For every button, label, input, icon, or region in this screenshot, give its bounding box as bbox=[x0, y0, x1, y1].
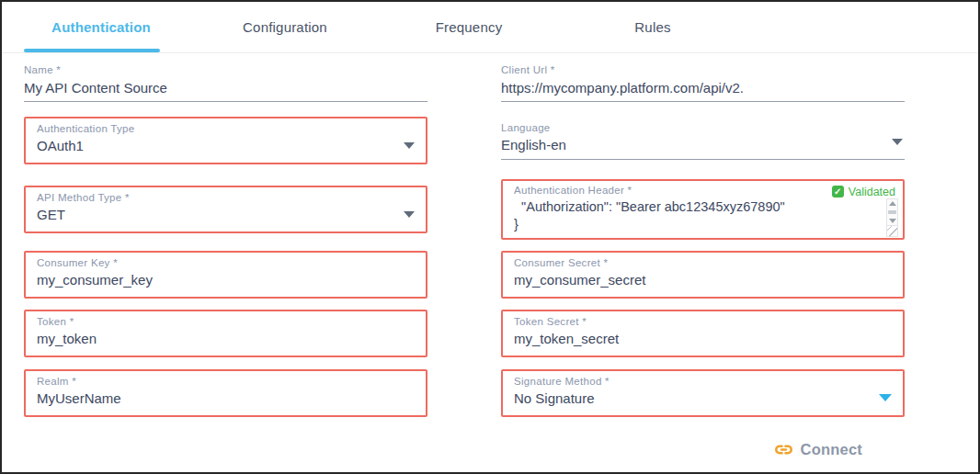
signature-method-select[interactable]: Signature Method * No Signature bbox=[501, 369, 905, 417]
link-icon bbox=[773, 439, 794, 460]
api-method-type-value: GET bbox=[37, 206, 415, 222]
name-label: Name * bbox=[24, 64, 427, 75]
api-method-type-label: API Method Type * bbox=[37, 192, 415, 203]
signature-method-value: No Signature bbox=[514, 389, 892, 406]
chevron-down-icon bbox=[404, 211, 415, 218]
language-label: Language bbox=[501, 122, 905, 133]
consumer-secret-label: Consumer Secret * bbox=[514, 257, 892, 268]
connect-label: Connect bbox=[801, 441, 862, 458]
api-method-type-select[interactable]: API Method Type * GET bbox=[24, 186, 427, 233]
consumer-key-input[interactable] bbox=[37, 271, 415, 288]
token-secret-input[interactable] bbox=[514, 330, 892, 346]
consumer-secret-input[interactable] bbox=[514, 271, 892, 288]
token-input[interactable] bbox=[37, 330, 415, 346]
authentication-header-label: Authentication Header * bbox=[514, 185, 632, 196]
tab-authentication[interactable]: Authentication bbox=[9, 2, 193, 52]
tab-rules[interactable]: Rules bbox=[561, 2, 745, 52]
chevron-down-icon bbox=[404, 142, 415, 149]
authentication-header-field: Authentication Header * ✓ Validated "Aut… bbox=[501, 179, 905, 240]
connect-button[interactable]: Connect bbox=[773, 439, 862, 460]
tab-frequency[interactable]: Frequency bbox=[377, 2, 561, 52]
validated-badge: ✓ Validated bbox=[832, 186, 895, 198]
authentication-type-value: OAuth1 bbox=[37, 137, 415, 153]
realm-label: Realm * bbox=[37, 376, 415, 387]
scroll-up-icon[interactable] bbox=[889, 201, 896, 206]
token-field: Token * bbox=[24, 310, 427, 357]
name-input[interactable] bbox=[24, 78, 427, 101]
token-secret-label: Token Secret * bbox=[514, 316, 892, 327]
resize-grip[interactable] bbox=[886, 226, 898, 237]
realm-input[interactable] bbox=[37, 389, 415, 406]
scrollbar-thumb[interactable] bbox=[888, 210, 896, 214]
tab-configuration[interactable]: Configuration bbox=[193, 2, 377, 52]
consumer-secret-field: Consumer Secret * bbox=[501, 251, 905, 299]
tab-bar: Authentication Configuration Frequency R… bbox=[2, 2, 978, 53]
check-icon: ✓ bbox=[832, 186, 844, 198]
validated-label: Validated bbox=[849, 186, 895, 198]
token-secret-field: Token Secret * bbox=[501, 310, 905, 357]
signature-method-label: Signature Method * bbox=[514, 376, 892, 387]
language-select[interactable]: Language English-en bbox=[501, 122, 905, 160]
scroll-down-icon[interactable] bbox=[889, 219, 896, 223]
authentication-type-select[interactable]: Authentication Type OAuth1 bbox=[24, 117, 427, 164]
token-label: Token * bbox=[37, 316, 415, 327]
authentication-type-label: Authentication Type bbox=[37, 123, 415, 134]
chevron-down-icon bbox=[879, 394, 892, 401]
language-value: English-en bbox=[501, 136, 905, 152]
realm-field: Realm * bbox=[24, 369, 427, 417]
consumer-key-field: Consumer Key * bbox=[24, 251, 427, 299]
name-field: Name * bbox=[24, 64, 427, 102]
authentication-header-textarea[interactable]: "Authorization": "Bearer abc12345xyz6789… bbox=[514, 198, 885, 237]
textarea-scrollbar[interactable] bbox=[885, 198, 899, 237]
content-source-dialog: Authentication Configuration Frequency R… bbox=[0, 0, 980, 474]
client-url-field: Client Url * bbox=[501, 64, 905, 102]
consumer-key-label: Consumer Key * bbox=[37, 257, 415, 268]
client-url-label: Client Url * bbox=[501, 64, 905, 75]
chevron-down-icon bbox=[892, 139, 903, 145]
authentication-form: Name * Client Url * Authentication Type … bbox=[2, 53, 978, 460]
client-url-input[interactable] bbox=[501, 78, 905, 101]
